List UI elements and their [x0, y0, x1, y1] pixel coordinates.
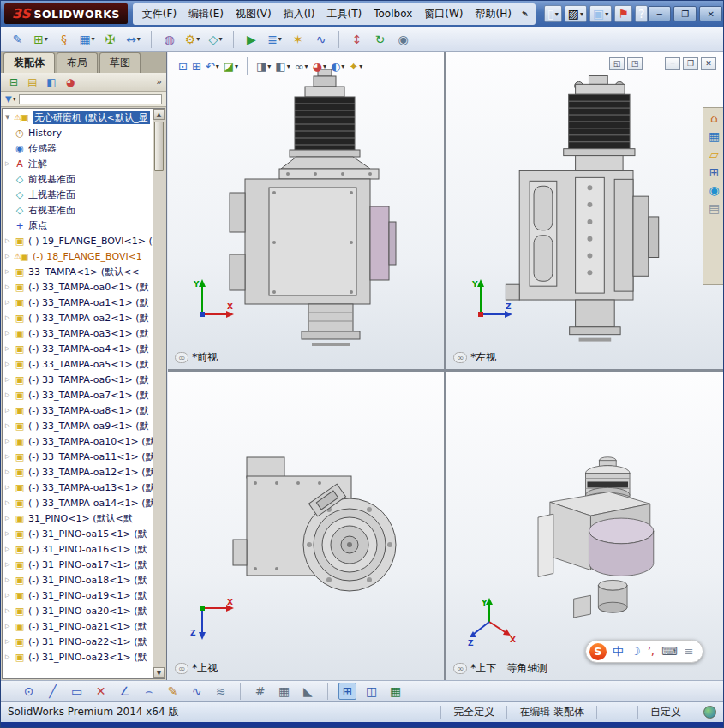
new-document-icon[interactable]: ▯▾	[544, 5, 562, 22]
tree-item[interactable]: ▷▣(-) 33_TAMPA-oa6<1> (默	[3, 372, 153, 387]
dropdown-caret-icon[interactable]: ▾	[216, 63, 219, 70]
propertymanager-icon[interactable]: ▤	[24, 75, 41, 90]
tree-item[interactable]: +原点	[3, 218, 153, 233]
expand-arrow-icon[interactable]: ▷	[5, 592, 14, 599]
show-hidden-components-icon[interactable]: ◍	[159, 29, 179, 49]
edit-component-icon[interactable]: ✎	[8, 29, 27, 49]
expand-arrow-icon[interactable]: ▷	[5, 623, 14, 630]
pen-tool-icon[interactable]: ✎	[164, 683, 182, 700]
expand-arrow-icon[interactable]: ▷	[5, 499, 14, 506]
close-button[interactable]: ✕	[699, 6, 722, 21]
tree-item[interactable]: ◷History	[3, 125, 153, 140]
pin-menu-icon[interactable]: ✒	[518, 7, 531, 21]
grid-icon[interactable]: #	[251, 683, 269, 700]
hide-show-items-icon[interactable]: ∞▾	[295, 61, 308, 72]
menu-item[interactable]: 编辑(E)	[182, 5, 230, 23]
tree-item[interactable]: ▷▣(-) 33_TAMPA-oa4<1> (默	[3, 341, 153, 356]
viewport-top[interactable]: X Z ∞ *上视	[168, 372, 444, 680]
tree-item[interactable]: ▷A注解	[3, 156, 153, 171]
menu-item[interactable]: 窗口(W)	[418, 5, 469, 23]
file-explorer-icon[interactable]: ▱	[709, 148, 719, 160]
four-view-icon[interactable]: ⊞	[338, 683, 356, 700]
tree-item[interactable]: ▷▣(-) 33_TAMPA-oa1<1> (默	[3, 295, 153, 310]
expand-arrow-icon[interactable]: ▷	[5, 314, 14, 321]
menu-item[interactable]: 帮助(H)	[469, 5, 517, 23]
status-custom-button[interactable]: 自定义	[637, 706, 693, 719]
dropdown-caret-icon[interactable]: ▾	[323, 63, 326, 70]
expand-arrow-icon[interactable]: ▷	[5, 638, 14, 645]
dropdown-caret-icon[interactable]: ▾	[13, 95, 16, 103]
tree-item[interactable]: ◉传感器	[3, 140, 153, 156]
assembly-features-icon[interactable]: ⚙▾	[182, 29, 202, 49]
panel-tab[interactable]: 草图	[99, 52, 141, 73]
tree-item[interactable]: ▷▣(-) 31_PINO-oa16<1> (默	[3, 541, 153, 557]
expand-arrow-icon[interactable]: ▷	[5, 407, 14, 414]
tree-item[interactable]: ▷▣(-) 33_TAMPA-oa10<1> (默	[3, 433, 153, 449]
two-view-icon[interactable]: ◫	[362, 683, 380, 700]
edit-appearance-icon[interactable]: ◕▾	[313, 61, 326, 72]
expand-arrow-icon[interactable]: ▷	[5, 422, 14, 429]
arc-tool-icon[interactable]: ⌢	[140, 683, 158, 700]
tree-item[interactable]: ▷▣33_TAMPA<1> (默认<<	[3, 264, 153, 279]
insert-components-icon[interactable]: ⊞▾	[31, 29, 51, 49]
dropdown-caret-icon[interactable]: ▾	[267, 63, 271, 70]
design-library-icon[interactable]: ▦	[709, 130, 720, 142]
toolbox-status-icon[interactable]: ⚑	[614, 5, 632, 22]
dropdown-caret-icon[interactable]: ▾	[278, 35, 282, 43]
table-icon[interactable]: ▦	[386, 683, 404, 700]
dropdown-caret-icon[interactable]: ▾	[92, 35, 95, 43]
quick-tip-icon[interactable]	[703, 706, 716, 719]
expand-arrow-icon[interactable]: ▷	[5, 237, 14, 244]
tree-item[interactable]: ▷▣(-) 31_PINO-oa22<1> (默	[3, 634, 153, 649]
scroll-up-icon[interactable]: ▲	[153, 109, 165, 120]
expand-arrow-icon[interactable]: ▷	[5, 361, 14, 367]
solidworks-resources-icon[interactable]: ⌂	[710, 112, 718, 124]
new-motion-study-icon[interactable]: ▶	[242, 29, 261, 49]
ime-punct-icon[interactable]: ’,	[648, 646, 655, 657]
expand-arrow-icon[interactable]: ▷	[5, 515, 14, 522]
tree-item[interactable]: ▷⚠▣(-) 18_FLANGE_BOVI<1	[3, 248, 153, 264]
tree-item[interactable]: ▷▣(-) 31_PINO-oa23<1> (默	[3, 649, 153, 665]
tree-item[interactable]: ▷▣(-) 33_TAMPA-oa0<1> (默	[3, 279, 153, 295]
ime-language-icon[interactable]: 中	[613, 646, 624, 657]
display-style-icon[interactable]: ◧▾	[275, 61, 290, 72]
expand-arrow-icon[interactable]: ▷	[5, 607, 14, 614]
dropdown-caret-icon[interactable]: ▾	[196, 35, 200, 43]
dropdown-caret-icon[interactable]: ▾	[235, 63, 238, 70]
ime-keyboard-icon[interactable]: ⌨	[661, 646, 678, 657]
dropdown-caret-icon[interactable]: ▾	[287, 63, 290, 70]
dropdown-caret-icon[interactable]: ▾	[605, 10, 608, 18]
custom-properties-icon[interactable]: ▤	[709, 202, 720, 214]
line-tool-icon[interactable]: ╱	[44, 683, 62, 700]
viewport-front[interactable]: Y X ∞ *前视	[168, 52, 444, 369]
hatch-tool-icon[interactable]: ≋	[212, 683, 230, 700]
expand-arrow-icon[interactable]: ▷	[5, 345, 14, 352]
doc-minimize-button[interactable]: ─	[665, 57, 680, 70]
expand-arrow-icon[interactable]: ▷	[5, 299, 14, 306]
expand-arrow-icon[interactable]: ▷	[5, 453, 14, 460]
instant3d-icon[interactable]: ↕	[347, 29, 367, 49]
view-settings-icon[interactable]: ✦▾	[349, 61, 362, 72]
tree-item[interactable]: ▷▣(-) 31_PINO-oa20<1> (默	[3, 603, 153, 618]
expand-arrow-icon[interactable]: ▷	[5, 653, 14, 660]
tree-item[interactable]: ▷▣(-) 33_TAMPA-oa8<1> (默	[3, 403, 153, 418]
apply-scene-icon[interactable]: ◐▾	[331, 61, 344, 72]
update-assembly-icon[interactable]: ↻	[370, 29, 390, 49]
bill-of-materials-icon[interactable]: ≣▾	[265, 29, 284, 49]
tree-item[interactable]: ▷▣(-) 33_TAMPA-oa2<1> (默	[3, 310, 153, 325]
tree-item[interactable]: ▷▣31_PINO<1> (默认<默	[3, 510, 153, 526]
minimize-button[interactable]: ─	[648, 6, 671, 21]
viewport-splitter-vertical[interactable]	[444, 52, 446, 680]
ime-fullhalf-icon[interactable]: ☽	[631, 646, 641, 657]
expand-arrow-icon[interactable]: ▷	[5, 253, 14, 260]
maximize-button[interactable]: ❐	[673, 6, 697, 21]
tree-item[interactable]: ▷▣(-) 31_PINO-oa15<1> (默	[3, 526, 153, 541]
exploded-view-icon[interactable]: ✶	[288, 29, 308, 49]
tree-item[interactable]: ▷▣(-) 33_TAMPA-oa3<1> (默	[3, 325, 153, 341]
scroll-thumb[interactable]	[154, 122, 164, 171]
panel-tab[interactable]: 装配体	[3, 52, 55, 73]
tree-item[interactable]: ◇右视基准面	[3, 202, 153, 218]
appearances-icon[interactable]: ◉	[709, 184, 719, 196]
mate-icon[interactable]: §	[54, 29, 74, 49]
viewport-layout-icon[interactable]: ◳	[627, 57, 643, 70]
